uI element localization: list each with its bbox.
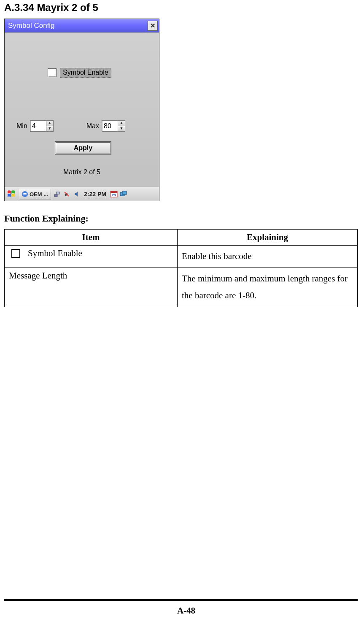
explain-cell: Enable this barcode [178, 246, 358, 268]
min-max-row: Min 4 ▲ ▼ Max 80 ▲ ▼ [16, 120, 151, 132]
item-cell: Message Length [5, 268, 178, 307]
max-label: Max [86, 122, 99, 130]
min-spinner-arrows[interactable]: ▲ ▼ [46, 120, 54, 132]
volume-icon[interactable] [73, 190, 80, 198]
taskbar-clock[interactable]: 2:22 PM [84, 191, 106, 197]
max-spinner-arrows[interactable]: ▲ ▼ [118, 120, 125, 132]
symbol-enable-row: Symbol Enable [48, 68, 111, 78]
taskbar: OEM ... 2:22 PM 23 [5, 187, 159, 201]
item-cell: Symbol Enable [5, 246, 178, 268]
min-value[interactable]: 4 [30, 120, 46, 132]
taskbar-app-button[interactable]: OEM ... [19, 189, 51, 200]
table-row: Symbol Enable Enable this barcode [5, 246, 358, 268]
up-arrow-icon[interactable]: ▲ [118, 121, 125, 126]
max-value[interactable]: 80 [102, 120, 118, 132]
function-table: Item Explaining Symbol Enable Enable thi… [4, 229, 358, 307]
svg-text:23: 23 [112, 193, 116, 197]
item-text: Symbol Enable [28, 248, 82, 259]
min-label: Min [16, 122, 27, 130]
min-spinner[interactable]: 4 ▲ ▼ [30, 120, 54, 132]
down-arrow-icon[interactable]: ▼ [46, 126, 53, 131]
explain-cell: The minimum and maximum length ranges fo… [178, 268, 358, 307]
window-title: Symbol Config [8, 22, 55, 30]
start-button[interactable] [6, 189, 18, 200]
taskbar-app-label: OEM ... [30, 191, 48, 197]
calendar-icon[interactable]: 23 [110, 190, 118, 198]
col-explain-header: Explaining [178, 230, 358, 246]
close-button[interactable]: ✕ [148, 21, 158, 31]
symbol-enable-checkbox[interactable] [48, 68, 57, 77]
page-rule [4, 599, 358, 601]
symbol-enable-label: Symbol Enable [60, 68, 111, 78]
window-titlebar: Symbol Config ✕ [5, 19, 159, 32]
oem-icon [22, 191, 28, 197]
close-icon: ✕ [150, 22, 156, 30]
table-header-row: Item Explaining [5, 230, 358, 246]
window-client-area: Symbol Enable Min 4 ▲ ▼ Max 80 ▲ ▼ Apply [5, 32, 159, 187]
svg-rect-0 [54, 195, 57, 197]
plug-disconnected-icon[interactable] [63, 190, 70, 198]
col-item-header: Item [5, 230, 178, 246]
device-screenshot: Symbol Config ✕ Symbol Enable Min 4 ▲ ▼ … [4, 19, 159, 201]
system-tray: 2:22 PM 23 [53, 190, 127, 198]
apply-button[interactable]: Apply [55, 141, 111, 155]
desktop-icon[interactable] [120, 190, 127, 198]
windows-flag-icon [7, 189, 16, 199]
down-arrow-icon[interactable]: ▼ [118, 126, 125, 131]
max-spinner[interactable]: 80 ▲ ▼ [102, 120, 125, 132]
up-arrow-icon[interactable]: ▲ [46, 121, 53, 126]
svg-rect-5 [111, 191, 117, 193]
function-explaining-heading: Function Explaining: [4, 213, 360, 224]
config-footer-label: Matrix 2 of 5 [5, 168, 159, 176]
svg-rect-1 [57, 192, 59, 194]
checkbox-icon [11, 249, 20, 258]
svg-rect-8 [122, 191, 127, 195]
table-row: Message Length The minimum and maximum l… [5, 268, 358, 307]
section-heading: A.3.34 Mayrix 2 of 5 [4, 0, 360, 14]
page-number: A-48 [4, 605, 364, 616]
svg-marker-3 [75, 192, 78, 197]
network-icon[interactable] [53, 190, 61, 198]
